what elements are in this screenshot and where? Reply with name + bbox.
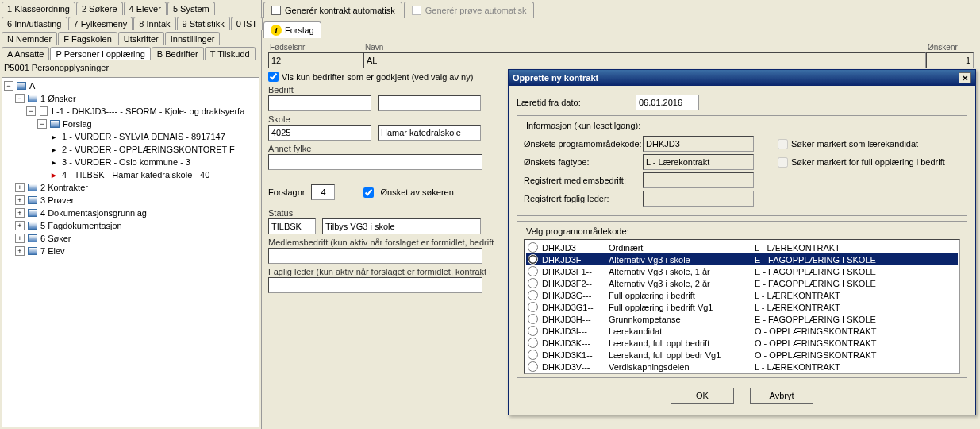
tab-generer-kontrakt[interactable]: Generér kontrakt automatisk <box>263 2 402 18</box>
tab-inn-utlasting[interactable]: 6 Inn/utlasting <box>2 17 67 30</box>
tree-fagdok[interactable]: 5 Fagdokumentasjon <box>40 221 122 230</box>
program-radio-row[interactable]: DHKJD3K---Lærekand, full oppl bedriftO -… <box>526 337 958 349</box>
navn-label: Navn <box>363 42 926 52</box>
forslagnr-input[interactable] <box>311 184 335 200</box>
bedrift-name-input[interactable] <box>378 95 481 111</box>
medlem-label: Medlemsbedrift (kun aktiv når forslaget … <box>268 238 498 247</box>
program-radio-row[interactable]: DHKJD3G---Full opplæring i bedriftL - LÆ… <box>526 289 958 301</box>
program-radio-row[interactable]: DHKJD3V---VerdiskapningsdelenL - LÆREKON… <box>526 361 958 373</box>
program-radio-row[interactable]: DHKJD3F2--Alternativ Vg3 i skole, 2.årE … <box>526 277 958 289</box>
folder-icon <box>27 233 38 244</box>
onskenr-input[interactable] <box>926 52 974 68</box>
skole-code-input[interactable] <box>268 125 371 141</box>
tree-dok[interactable]: 4 Dokumentasjonsgrunnlag <box>40 208 147 218</box>
tree-leaf-1[interactable]: 1 - VURDER - SYLVIA DENAIS - 8917147 <box>62 132 225 141</box>
tree-root[interactable]: A <box>29 81 35 91</box>
fodselsnr-input[interactable] <box>268 52 363 68</box>
tab-tilskudd[interactable]: T Tilskudd <box>205 47 256 60</box>
program-radio[interactable] <box>528 361 538 372</box>
tree-toggle[interactable]: − <box>26 106 36 116</box>
tree-toggle[interactable]: + <box>15 195 25 205</box>
tab-ansatte[interactable]: A Ansatte <box>2 47 49 60</box>
tree-leaf-3[interactable]: 3 - VURDER - Oslo kommune - 3 <box>62 157 190 167</box>
program-radio[interactable] <box>528 326 538 336</box>
tree-toggle[interactable]: + <box>15 234 25 243</box>
onsket-checkbox[interactable] <box>363 187 374 198</box>
program-radio-row[interactable]: DHKJD3F1--Alternativ Vg3 i skole, 1.årE … <box>526 265 958 277</box>
tab-utskrifter[interactable]: Utskrifter <box>118 32 164 45</box>
tree-onsker[interactable]: 1 Ønsker <box>40 94 76 103</box>
program-radio[interactable] <box>528 266 538 276</box>
tree-toggle[interactable]: + <box>15 183 25 192</box>
laeretid-label: Læretid fra dato: <box>517 98 636 107</box>
folder-icon <box>27 207 38 218</box>
tree-toggle[interactable]: − <box>4 81 13 91</box>
close-button[interactable]: ✕ <box>959 72 971 83</box>
program-radio[interactable] <box>528 338 538 348</box>
status-code-input[interactable] <box>268 218 316 234</box>
tab-fylkesmeny[interactable]: 7 Fylkesmeny <box>68 17 133 30</box>
reg-faglig-input <box>643 191 754 207</box>
radio-desc: Grunnkompetanse <box>609 315 744 324</box>
tree-toggle[interactable]: + <box>15 221 25 230</box>
tree-forslag[interactable]: Forslag <box>63 119 92 129</box>
program-radio[interactable] <box>528 350 538 360</box>
faglig-input[interactable] <box>268 277 482 293</box>
program-radio-row[interactable]: DHKJD3F---Alternativ Vg3 i skoleE - FAGO… <box>526 253 958 265</box>
laeretid-input[interactable] <box>636 95 699 110</box>
avbryt-button[interactable]: Avbryt <box>750 388 813 404</box>
tree-kontrakter[interactable]: 2 Kontrakter <box>40 183 88 192</box>
tree-node-l1[interactable]: L-1 - DHKJD3---- - SFORM - Kjole- og dra… <box>52 106 244 116</box>
tab-elever[interactable]: 4 Elever <box>124 2 167 15</box>
tab-klasseordning[interactable]: 1 Klasseordning <box>2 2 75 15</box>
program-radio[interactable] <box>528 302 538 312</box>
tab-sokere[interactable]: 2 Søkere <box>76 2 123 15</box>
program-radio[interactable] <box>528 242 538 253</box>
fodselsnr-label: Fødselsnr <box>268 42 363 52</box>
tab-personer[interactable]: P Personer i opplæring <box>50 47 150 60</box>
program-radio-row[interactable]: DHKJD3I---LærekandidatO - OPPLÆRINGSKONT… <box>526 325 958 337</box>
tree-prover[interactable]: 3 Prøver <box>40 195 74 205</box>
tree-toggle[interactable]: − <box>37 119 47 129</box>
tab-inntak[interactable]: 8 Inntak <box>133 17 175 30</box>
annet-fylke-input[interactable] <box>268 154 482 170</box>
tab-nemnder[interactable]: N Nemnder <box>2 32 57 45</box>
tree-view[interactable]: −A −1 Ønsker −L-1 - DHKJD3---- - SFORM -… <box>2 77 259 427</box>
tree-leaf-2[interactable]: 2 - VURDER - OPPLÆRINGSKONTORET F <box>62 145 235 154</box>
tab-fagskolen[interactable]: F Fagskolen <box>58 32 117 45</box>
tree-title: P5001 Personopplysninger <box>0 60 261 75</box>
laere-checkbox-label: Søker markert som lærekandidat <box>791 139 918 149</box>
skole-name-input[interactable] <box>378 125 481 141</box>
tab-ist[interactable]: 0 IST <box>231 17 263 30</box>
radio-type: E - FAGOPPLÆRING I SKOLE <box>755 315 876 324</box>
program-radio-list[interactable]: DHKJD3----OrdinærtL - LÆREKONTRAKTDHKJD3… <box>524 239 960 374</box>
tab-innstillinger[interactable]: Innstillinger <box>165 32 221 45</box>
tab-system[interactable]: 5 System <box>167 2 215 15</box>
program-radio[interactable] <box>528 314 538 324</box>
medlem-input[interactable] <box>268 248 482 264</box>
status-text-input[interactable] <box>322 218 481 234</box>
program-radio-row[interactable]: DHKJD3H---GrunnkompetanseE - FAGOPPLÆRIN… <box>526 313 958 325</box>
vis-kun-checkbox[interactable] <box>268 72 279 82</box>
tree-toggle[interactable]: + <box>15 246 25 256</box>
ok-button[interactable]: OK <box>671 388 734 404</box>
program-radio[interactable] <box>528 290 538 300</box>
radio-code: DHKJD3K--- <box>542 338 598 348</box>
bedrift-code-input[interactable] <box>268 95 371 111</box>
tree-toggle[interactable]: + <box>15 208 25 218</box>
tree-soker[interactable]: 6 Søker <box>40 234 71 243</box>
folder-icon <box>49 118 60 129</box>
program-radio-row[interactable]: DHKJD3----OrdinærtL - LÆREKONTRAKT <box>526 242 958 253</box>
tree-leaf-4[interactable]: 4 - TILBSK - Hamar katedralskole - 40 <box>62 170 209 180</box>
program-radio-row[interactable]: DHKJD3G1--Full opplæring i bedrift Vg1L … <box>526 301 958 313</box>
program-radio[interactable] <box>528 278 538 288</box>
tab-statistikk[interactable]: 9 Statistikk <box>177 17 230 30</box>
tab-forslag[interactable]: iForslag <box>263 21 321 38</box>
tab-bedrifter[interactable]: B Bedrifter <box>152 47 204 60</box>
tree-toggle[interactable]: − <box>15 94 25 103</box>
navn-input[interactable] <box>363 52 926 68</box>
velg-legend: Velg programområdekode: <box>524 226 632 236</box>
tree-elev[interactable]: 7 Elev <box>40 246 65 256</box>
program-radio-row[interactable]: DHKJD3K1--Lærekand, full oppl bedr Vg1O … <box>526 349 958 361</box>
program-radio[interactable] <box>528 254 538 265</box>
